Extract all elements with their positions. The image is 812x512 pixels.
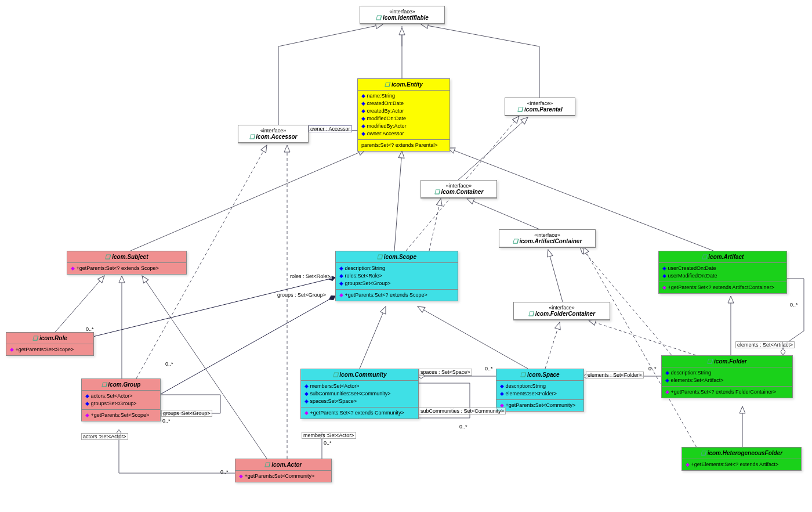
label-subcomm: subCommunities : Set<Community> [419,408,506,414]
attr: description:String [665,369,789,377]
op: +getParents:Set<? extends Scope> [71,265,183,272]
class-subject: icom.Subject +getParents:Set<? extends S… [67,251,187,275]
attr: spaces:Set<Space> [304,398,415,405]
label-elements-artifact: elements : Set<Artifact> [735,341,795,348]
attr: createdBy:Actor [361,107,446,115]
class-identifiable: «interface»icom.Identifiable [360,6,445,24]
class-title: icom.Role [10,335,90,341]
mult: 0..* [86,326,94,332]
label-groups-scope: groups : Set<Group> [276,292,327,298]
attr: createdOn:Date [361,100,446,107]
stereotype: «interface» [509,100,571,106]
label-spaces: spaces : Set<Space> [419,369,472,376]
attr: roles:Set<Role> [339,272,454,280]
label-elements-folder: elements : Set<Folder> [586,372,644,378]
stereotype: «interface» [242,128,304,134]
attr: modifiedOn:Date [361,115,446,122]
class-container: «interface»icom.Container [420,180,497,199]
attr: actors:Set<Actor> [85,392,157,400]
attr: groups:Set<Group> [85,400,157,408]
stereotype: «interface» [517,305,606,311]
op: +getParents:Set<? extends FolderContaine… [665,388,789,396]
class-group: icom.Group actors:Set<Actor> groups:Set<… [81,378,161,421]
mult: 0..* [485,366,493,372]
label-owner: owner : Accessor [309,125,352,132]
mult: 0..* [324,440,332,446]
op: +getParents:Set<Community> [239,473,328,480]
class-title: icom.FolderContainer [517,311,606,317]
class-title: icom.Container [425,189,493,195]
mult: 0..* [165,361,173,367]
label-roles: roles : Set<Role> [289,273,332,279]
label-actors: actors :Set<Actor> [81,433,128,440]
class-title: icom.HeterogeneousFolder [686,450,798,456]
class-title: icom.Accessor [242,134,304,140]
op: +getElements:Set<? extends Artifact> [686,461,798,468]
stereotype: «interface» [425,183,493,189]
class-title: icom.Community [304,372,415,378]
op: +getParents:Set<Scope> [10,346,90,354]
attr: elements:Set<Artifact> [665,377,789,384]
class-title: icom.Scope [339,254,454,260]
mult: 0..* [220,469,229,475]
class-artifact: icom.Artifact userCreatedOn:Date userMod… [658,251,787,294]
attr: modifiedBy:Actor [361,122,446,130]
stereotype: «interface» [364,9,441,15]
class-title: icom.Group [85,381,157,388]
attr: description:String [339,265,454,272]
class-title: icom.Identifiable [364,15,441,21]
mult: 0..* [790,302,798,308]
op: +getParents:Set<Community> [500,402,580,409]
class-scope: icom.Scope description:String roles:Set<… [335,251,458,301]
attr: parents:Set<? extends Parental> [361,142,438,148]
class-parental: «interface»icom.Parental [505,98,575,116]
op: +getParents:Set<Scope> [85,412,157,419]
attr: elements:Set<Folder> [500,390,580,398]
class-het-folder: icom.HeterogeneousFolder +getElements:Se… [682,447,802,471]
attr: userCreatedOn:Date [662,265,783,272]
class-role: icom.Role +getParents:Set<Scope> [6,332,94,356]
mult: 0..* [162,418,171,424]
op: +getParents:Set<? extends Scope> [339,291,454,299]
class-title: icom.Space [500,372,580,378]
op: +getParents:Set<? extends Community> [304,409,415,417]
mult: 0..* [459,424,467,430]
mult: 0..* [648,366,657,372]
class-accessor: «interface»icom.Accessor [238,125,309,143]
attr: name:String [361,92,446,100]
attr: subCommunities:Set<Community> [304,390,415,398]
class-title: icom.Entity [361,81,446,88]
attr: groups:Set<Group> [339,280,454,287]
attr: userModifiedOn:Date [662,272,783,280]
class-title: icom.ArtifactContainer [503,238,592,244]
attr: members:Set<Actor> [304,383,415,390]
class-title: icom.Folder [665,358,789,365]
uml-diagram: «interface»icom.Identifiable «interface»… [0,0,812,512]
class-folder-container: «interface»icom.FolderContainer [513,302,610,320]
class-actor: icom.Actor +getParents:Set<Community> [235,459,332,482]
class-title: icom.Parental [509,106,571,113]
class-folder: icom.Folder description:String elements:… [661,355,793,398]
class-community: icom.Community members:Set<Actor> subCom… [300,369,419,419]
class-space: icom.Space description:String elements:S… [496,369,584,412]
label-members: members :Set<Actor> [302,432,356,439]
label-groups-self: groups :Set<Group> [161,410,212,417]
class-title: icom.Artifact [662,254,783,260]
stereotype: «interface» [503,232,592,238]
op: +getParents:Set<? extends ArtifactContai… [662,284,783,291]
class-entity: icom.Entity name:String createdOn:Date c… [357,78,450,152]
attr: owner:Accessor [361,130,446,138]
class-title: icom.Subject [71,254,183,260]
class-artifact-container: «interface»icom.ArtifactContainer [499,229,596,248]
attr: description:String [500,383,580,390]
class-title: icom.Actor [239,461,328,468]
